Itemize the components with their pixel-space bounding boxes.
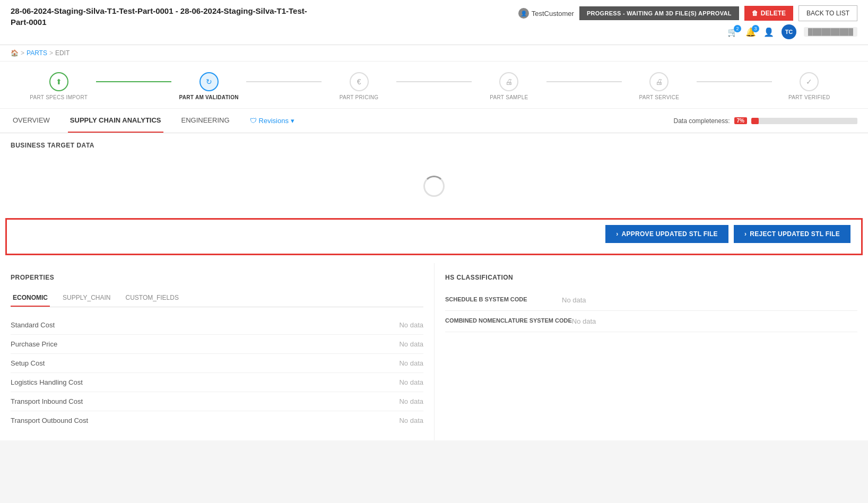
tab-revisions[interactable]: 🛡 Revisions ▾ xyxy=(248,109,297,132)
sub-tab-custom-fields[interactable]: CUSTOM_FIELDS xyxy=(123,290,180,307)
step-label-2: PART AM VALIDATION xyxy=(179,94,239,100)
breadcrumb-parts[interactable]: PARTS xyxy=(27,49,47,57)
step-connector-1 xyxy=(96,81,171,82)
prop-row-transport-outbound: Transport Outbound Cost No data xyxy=(11,411,423,430)
tab-engineering[interactable]: ENGINEERING xyxy=(179,109,232,133)
step-icon-1: ⬆ xyxy=(49,72,68,91)
back-to-list-button[interactable]: BACK TO LIST xyxy=(798,5,857,21)
page-title: 28-06-2024-Staging-Silva-T1-Test-Part-00… xyxy=(11,5,307,28)
notif-badge: 3 xyxy=(752,25,759,32)
delete-button[interactable]: 🗑 DELETE xyxy=(744,6,793,21)
breadcrumb: 🏠 > PARTS > EDIT xyxy=(0,45,868,62)
completeness-percent: 7% xyxy=(734,117,747,124)
avatar: TC xyxy=(782,24,796,39)
username: TestCustomer xyxy=(532,10,574,18)
step-label-4: PART SAMPLE xyxy=(490,94,528,100)
step-connector-3 xyxy=(396,81,471,82)
stl-buttons-area: › APPROVE UPDATED STL FILE › REJECT UPDA… xyxy=(5,218,863,255)
user-icon: 👤 xyxy=(518,8,529,19)
step-part-specs-import: ⬆ PART SPECS IMPORT xyxy=(21,72,96,100)
step-icon-6: ✓ xyxy=(800,72,819,91)
prop-row-purchase-price: Purchase Price No data xyxy=(11,335,423,354)
step-icon-5: 🖨 xyxy=(649,72,669,91)
reject-stl-button[interactable]: › REJECT UPDATED STL FILE xyxy=(734,225,850,243)
step-label-1: PART SPECS IMPORT xyxy=(30,94,88,100)
sub-tabs: ECONOMIC SUPPLY_CHAIN CUSTOM_FIELDS xyxy=(11,290,423,307)
steps-bar: ⬆ PART SPECS IMPORT ↻ PART AM VALIDATION… xyxy=(0,62,868,109)
header: 28-06-2024-Staging-Silva-T1-Test-Part-00… xyxy=(0,0,868,45)
step-connector-2 xyxy=(246,81,321,82)
breadcrumb-current: EDIT xyxy=(55,49,70,57)
header-right: 👤 TestCustomer PROGRESS - WAITING AM 3D … xyxy=(518,5,857,39)
steps-wrapper: ⬆ PART SPECS IMPORT ↻ PART AM VALIDATION… xyxy=(21,72,847,100)
notifications-button[interactable]: 🔔 3 xyxy=(745,27,756,37)
step-part-service: 🖨 PART SERVICE xyxy=(622,72,697,100)
loading-spinner xyxy=(423,176,445,197)
person-icon: 👤 xyxy=(763,28,774,37)
username-blurred: ██████████ xyxy=(804,27,857,37)
step-label-6: PART VERIFIED xyxy=(788,94,830,100)
prop-row-logistics-handling: Logistics Handling Cost No data xyxy=(11,373,423,392)
prop-right: HS CLASSIFICATION SCHEDULE B SYSTEM CODE… xyxy=(434,263,868,440)
hs-row-combined-nomenclature: COMBINED NOMENCLATURE SYSTEM CODE No dat… xyxy=(445,311,857,332)
user-area: 👤 TestCustomer xyxy=(518,8,574,19)
step-label-3: PART PRICING xyxy=(340,94,379,100)
delete-icon: 🗑 xyxy=(752,10,758,17)
step-icon-4: 🖨 xyxy=(499,72,518,91)
step-part-pricing: € PART PRICING xyxy=(322,72,396,100)
properties-title: PROPERTIES xyxy=(11,274,423,281)
hs-row-schedule-b: SCHEDULE B SYSTEM CODE No data xyxy=(445,290,857,311)
tab-supply-chain-analytics[interactable]: SUPPLY CHAIN ANALYTICS xyxy=(68,109,163,133)
sub-tab-supply-chain[interactable]: SUPPLY_CHAIN xyxy=(60,290,112,307)
step-part-verified: ✓ PART VERIFIED xyxy=(772,72,847,100)
header-actions: 👤 TestCustomer PROGRESS - WAITING AM 3D … xyxy=(518,5,857,21)
tabs-row: OVERVIEW SUPPLY CHAIN ANALYTICS ENGINEER… xyxy=(0,109,868,133)
tab-overview[interactable]: OVERVIEW xyxy=(11,109,52,133)
profile-button[interactable]: 👤 xyxy=(763,27,774,37)
progress-status-button[interactable]: PROGRESS - WAITING AM 3D FILE(S) APPROVA… xyxy=(579,6,739,20)
data-completeness: Data completeness: 7% xyxy=(673,117,857,125)
approve-stl-button[interactable]: › APPROVE UPDATED STL FILE xyxy=(605,225,728,243)
shield-icon: 🛡 xyxy=(250,117,257,125)
step-label-5: PART SERVICE xyxy=(639,94,680,100)
header-icons: 🛒 2 🔔 3 👤 TC ██████████ xyxy=(727,24,857,39)
step-connector-4 xyxy=(546,81,621,82)
prop-row-setup-cost: Setup Cost No data xyxy=(11,354,423,373)
chevron-right-icon-2: › xyxy=(744,230,747,238)
loading-area xyxy=(0,154,868,218)
chevron-right-icon: › xyxy=(616,230,618,238)
prop-row-transport-inbound: Transport Inbound Cost No data xyxy=(11,392,423,411)
prop-left: PROPERTIES ECONOMIC SUPPLY_CHAIN CUSTOM_… xyxy=(0,263,434,440)
home-icon[interactable]: 🏠 xyxy=(11,49,19,57)
cart-badge: 2 xyxy=(734,25,741,32)
business-target-data-header: BUSINESS TARGET DATA xyxy=(0,133,868,154)
properties-section: PROPERTIES ECONOMIC SUPPLY_CHAIN CUSTOM_… xyxy=(0,263,868,440)
hs-classification-title: HS CLASSIFICATION xyxy=(445,274,857,281)
cart-button[interactable]: 🛒 2 xyxy=(727,27,738,37)
sub-tab-economic[interactable]: ECONOMIC xyxy=(11,290,50,307)
main-content: BUSINESS TARGET DATA › APPROVE UPDATED S… xyxy=(0,133,868,440)
chevron-down-icon: ▾ xyxy=(291,117,294,125)
step-icon-2: ↻ xyxy=(199,72,219,91)
completeness-bar xyxy=(751,118,857,124)
step-part-sample: 🖨 PART SAMPLE xyxy=(472,72,546,100)
completeness-bar-fill xyxy=(751,118,759,124)
step-connector-5 xyxy=(697,81,771,82)
prop-row-standard-cost: Standard Cost No data xyxy=(11,316,423,335)
step-part-am-validation: ↻ PART AM VALIDATION xyxy=(171,72,246,100)
step-icon-3: € xyxy=(350,72,369,91)
